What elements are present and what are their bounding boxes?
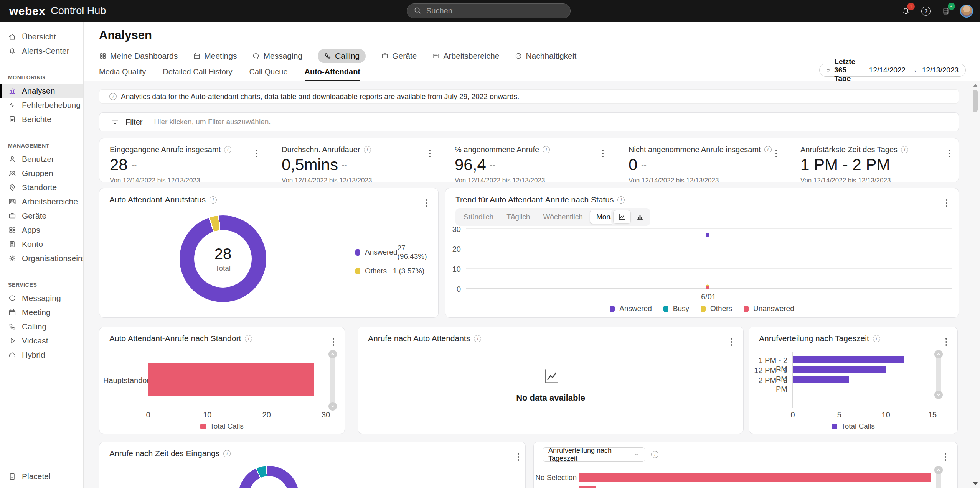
tab-calling[interactable]: Calling (318, 49, 366, 63)
legend-answered[interactable]: Answered 27 (96.43%) (355, 244, 424, 261)
toggle-stuendlich[interactable]: Stündlich (457, 210, 500, 224)
tageszeit-bar[interactable] (793, 356, 904, 363)
divider (0, 273, 83, 273)
subtab-media-quality[interactable]: Media Quality (99, 67, 146, 82)
scrollbar-thumb[interactable] (973, 90, 978, 112)
sidebar-item-organisationseinstellungen[interactable]: Organisationseinstellun... (0, 251, 83, 265)
kebab-menu[interactable] (726, 337, 736, 347)
location-pin-icon (8, 183, 16, 192)
tab-meetings[interactable]: Meetings (193, 49, 237, 63)
status-donut-chart[interactable]: 28 Total (180, 215, 266, 302)
kebab-menu[interactable] (771, 148, 781, 158)
tageszeit-bar[interactable] (793, 366, 886, 373)
card-anrufstatus: Auto Attendant-Anrufstatus 28 Total Answ… (99, 188, 439, 318)
verteilung-plot[interactable] (579, 467, 957, 488)
sidebar-item-calling[interactable]: Calling (0, 319, 83, 334)
inner-scrollbar[interactable] (330, 352, 336, 409)
bar-chart-toggle[interactable] (632, 210, 648, 223)
scroll-down-icon[interactable] (934, 391, 943, 399)
tab-meine-dashboards[interactable]: Meine Dashboards (99, 49, 178, 63)
inner-scrollbar[interactable] (935, 352, 942, 398)
trend-plot[interactable] (466, 228, 952, 289)
date-end[interactable]: 12/13/2023 (922, 66, 959, 74)
notifications-button[interactable]: 1 (900, 5, 912, 17)
sidebar-item-berichte[interactable]: Berichte (0, 112, 83, 126)
legend-others[interactable]: Others (701, 304, 732, 313)
sidebar-item-arbeitsbereiche[interactable]: Arbeitsbereiche (0, 194, 83, 209)
avatar[interactable] (960, 5, 973, 18)
tab-arbeitsbereiche[interactable]: Arbeitsbereiche (432, 49, 499, 63)
divider (0, 134, 83, 134)
kebab-menu[interactable] (598, 148, 608, 158)
sidebar-item-analysen[interactable]: Analysen (0, 84, 83, 98)
page-scrollbar[interactable] (970, 81, 980, 488)
scroll-up-icon[interactable] (934, 466, 943, 474)
scroll-down-icon[interactable] (973, 482, 978, 485)
subtab-detailed-call-history[interactable]: Detailed Call History (163, 67, 232, 82)
sidebar-item-standorte[interactable]: Standorte (0, 180, 83, 194)
sidebar-item-uebersicht[interactable]: Übersicht (0, 30, 83, 44)
trend-data-point[interactable] (706, 233, 709, 237)
sidebar-item-alerts-center[interactable]: Alerts-Center (0, 44, 83, 58)
sidebar-item-geraete[interactable]: Geräte (0, 209, 83, 223)
subtab-auto-attendant[interactable]: Auto-Attendant (305, 67, 361, 82)
legend-others[interactable]: Others 1 (3.57%) (355, 267, 424, 275)
sidebar-item-benutzer[interactable]: Benutzer (0, 152, 83, 166)
search-input[interactable] (426, 7, 557, 15)
tab-nachhaltigkeit[interactable]: Nachhaltigkeit (515, 49, 576, 63)
subtab-call-queue[interactable]: Call Queue (249, 67, 287, 82)
sidebar-item-meeting[interactable]: Meeting (0, 305, 83, 319)
standort-bar[interactable] (148, 363, 314, 396)
standort-plot[interactable] (148, 352, 326, 408)
global-search[interactable] (407, 3, 571, 18)
scroll-up-icon[interactable] (934, 350, 943, 358)
line-chart-toggle[interactable] (613, 210, 631, 224)
help-button[interactable] (920, 5, 932, 17)
toggle-taeglich[interactable]: Täglich (500, 210, 536, 224)
kebab-menu[interactable] (421, 198, 431, 208)
eingangs-donut-chart[interactable] (238, 466, 299, 488)
verteilung-bar[interactable] (579, 486, 596, 488)
empty-state: No data available (358, 367, 743, 403)
inner-scrollbar[interactable] (935, 467, 942, 488)
toggle-woechentlich[interactable]: Wöchentlich (537, 210, 589, 224)
date-range-picker[interactable]: Letzte 365 Tage 12/14/2022 → 12/13/2023 (819, 64, 966, 77)
sidebar-item-messaging[interactable]: Messaging (0, 291, 83, 305)
sidebar-item-fehlerbehebung[interactable]: Fehlerbehebung (0, 98, 83, 112)
kebab-menu[interactable] (941, 337, 951, 347)
filter-bar[interactable]: Filter Hier klicken, um Filter auszuwähl… (99, 112, 959, 131)
sidebar-item-placetel[interactable]: Placetel (0, 469, 83, 483)
scroll-up-icon[interactable] (973, 84, 978, 87)
system-status-button[interactable] (940, 5, 952, 17)
kebab-menu[interactable] (945, 148, 955, 158)
category-label: 2 PM - 3 PM (749, 376, 787, 394)
kebab-menu[interactable] (328, 337, 338, 347)
sidebar-section-management: MANAGEMENT (8, 143, 83, 149)
chart-selector-dropdown[interactable]: Anrufverteilung nach Tageszeit (543, 447, 645, 462)
kebab-menu[interactable] (513, 452, 523, 462)
date-start[interactable]: 12/14/2022 (869, 66, 906, 74)
y-tick: 10 (445, 265, 461, 274)
kebab-menu[interactable] (251, 148, 261, 158)
legend-unanswered[interactable]: Unanswered (744, 304, 794, 313)
tageszeit-plot[interactable] (793, 352, 932, 408)
filter-label: Filter (125, 118, 142, 127)
trend-data-point[interactable] (706, 286, 709, 289)
tab-messaging[interactable]: Messaging (252, 49, 302, 63)
sidebar-item-hybrid[interactable]: Hybrid (0, 348, 83, 362)
scroll-up-icon[interactable] (328, 350, 337, 358)
tageszeit-bar[interactable] (793, 376, 849, 383)
phone-icon (8, 322, 16, 331)
legend-busy[interactable]: Busy (663, 304, 689, 313)
kebab-menu[interactable] (425, 148, 435, 158)
legend-answered[interactable]: Answered (610, 304, 652, 313)
tab-geraete[interactable]: Geräte (381, 49, 417, 63)
sidebar-item-apps[interactable]: Apps (0, 223, 83, 237)
kebab-menu[interactable] (940, 452, 950, 462)
sidebar-item-gruppen[interactable]: Gruppen (0, 166, 83, 180)
sidebar-item-konto[interactable]: Konto (0, 237, 83, 251)
scroll-down-icon[interactable] (328, 402, 337, 411)
kebab-menu[interactable] (942, 198, 952, 208)
sidebar-item-vidcast[interactable]: Vidcast (0, 334, 83, 348)
verteilung-bar[interactable] (579, 473, 931, 482)
